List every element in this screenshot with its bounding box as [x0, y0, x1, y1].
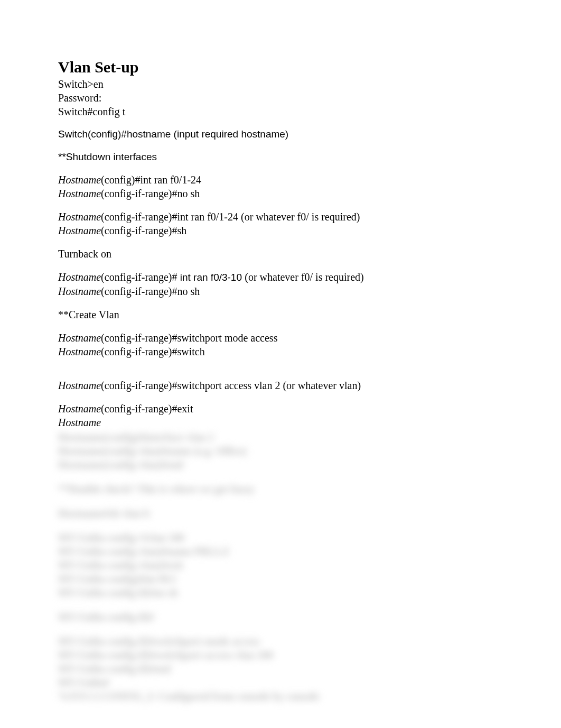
cli-line: Hostname(config-if-range)#no sh [58, 284, 503, 298]
cli-text: (config-if-range)#no sh [101, 188, 200, 199]
hostname-italic: Hostname [58, 225, 101, 236]
blurred-line: Hostname(config)#interface vlan 2 [58, 430, 503, 444]
note-line: Turnback on [58, 247, 503, 261]
cli-text: (config-if-range)#sh [101, 225, 186, 236]
blurred-line: MY-Unfin-config-if)#switchport access vl… [58, 648, 503, 662]
cli-text: (config-if-range)#switchport access vlan… [101, 380, 361, 391]
blurred-line: MY-Unfin-config-if)#switchport mode acce… [58, 634, 503, 648]
cli-line: Switch>en [58, 77, 503, 91]
blurred-line: %SYS-5-CONFIG_I: Configured from console… [58, 689, 503, 703]
hostname-italic: Hostname [58, 346, 101, 357]
hostname-italic: Hostname [58, 188, 101, 199]
cli-line: Password: [58, 91, 503, 105]
cli-text: (config-if-range)#switchport mode access [101, 332, 277, 344]
hostname-italic: Hostname [58, 417, 101, 428]
hostname-italic: Hostname [58, 271, 101, 283]
blurred-line: MY-Unfin-config-vlan)#name PRLLZ [58, 545, 503, 558]
note-line: **Shutdown interfaces [58, 151, 503, 164]
blurred-content: Hostname(config)#interface vlan 2 Hostna… [58, 430, 503, 703]
cli-line: Hostname(config-if-range)# int ran f0/3-… [58, 270, 503, 284]
hostname-italic: Hostname [58, 332, 101, 344]
cli-line: Hostname(config-if-range)#no sh [58, 187, 503, 200]
cli-line: Switch(config)#hostname (input required … [58, 128, 503, 141]
cli-text: (config)#int ran f0/1-24 [101, 174, 201, 186]
cli-line: Hostname(config)#int ran f0/1-24 [58, 173, 503, 187]
cli-sans-text: int ran f0/3-10 [177, 272, 245, 283]
document-page: Vlan Set-up Switch>en Password: Switch#c… [0, 0, 561, 724]
hostname-italic: Hostname [58, 211, 101, 223]
cli-line: Hostname(config-if-range)#exit [58, 402, 503, 416]
blurred-line: MY-Unfin-config)#int f0/2 [58, 572, 503, 586]
cli-line: Switch#config t [58, 105, 503, 118]
cli-text: (config-if-range)# [101, 271, 177, 283]
hostname-italic: Hostname [58, 380, 101, 391]
blurred-line: **Double check? This is where we get fuz… [58, 482, 503, 496]
blurred-line: MY-Unfin-config>#vlan 100 [58, 531, 503, 545]
cli-text: (config-if-range)#no sh [101, 285, 200, 297]
blurred-line: MY-Unfin-config-if)# [58, 610, 503, 624]
cli-text: (config-if-range)#exit [101, 403, 193, 414]
cli-text: (or whatever f0/ is required) [245, 271, 363, 283]
cli-line: Hostname(config-if-range)#sh [58, 224, 503, 237]
cli-line: Hostname(config-if-range)#switchport mod… [58, 331, 503, 345]
hostname-italic: Hostname [58, 403, 101, 414]
cli-line: Hostname(config-if-range)#switchport acc… [58, 379, 503, 392]
hostname-italic: Hostname [58, 285, 101, 297]
blurred-line: Hostname(config-vlan)#name (e.g. Office) [58, 444, 503, 458]
blurred-line: Hostname(config-vlan)#end [58, 458, 503, 472]
blurred-line: Hostname#sh vlan b [58, 506, 503, 520]
cli-text: (config-if-range)#switch [101, 346, 205, 357]
blurred-line: MY-Unfin-config-if)#no sh [58, 586, 503, 600]
blurred-line: MY-Unfin# [58, 676, 503, 689]
cli-text: (config-if-range)#int ran f0/1-24 (or wh… [101, 211, 360, 223]
page-title: Vlan Set-up [58, 58, 503, 76]
cli-line: Hostname(config-if-range)#int ran f0/1-2… [58, 210, 503, 224]
hostname-italic: Hostname [58, 174, 101, 186]
blurred-line: MY-Unfin-config-vlan)#exit [58, 558, 503, 572]
note-line: **Create Vlan [58, 308, 503, 321]
blurred-line: MY-Unfin-config-if)#end [58, 662, 503, 676]
cli-line: Hostname(config-if-range)#switch [58, 345, 503, 358]
cli-line: Hostname [58, 416, 503, 429]
